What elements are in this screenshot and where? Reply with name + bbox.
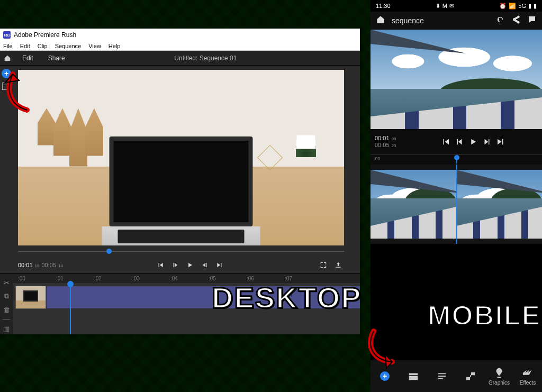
- mobile-transport: 00:0108 00:0523: [371, 129, 542, 154]
- step-forward-icon: [482, 137, 492, 147]
- mobile-bottom-toolbar: + Graphics Effects: [371, 360, 542, 392]
- scissors-icon[interactable]: ✂: [4, 279, 10, 287]
- nav-label: Graphics: [489, 380, 510, 386]
- home-button[interactable]: [376, 15, 385, 26]
- nav-label: Effects: [520, 380, 536, 386]
- preview-panel: 00:01 18 00:05 14: [13, 66, 360, 273]
- timecode-duration-frames: 14: [58, 263, 63, 268]
- export-icon: [335, 261, 342, 269]
- status-icons: ⬇ M ✉: [436, 3, 454, 10]
- ruler-tick: :04: [170, 276, 209, 281]
- work-area: + 00:01 18 00:05 14: [0, 66, 360, 273]
- alarm-icon: ⏰: [499, 3, 507, 10]
- timecode-current-frames: 08: [392, 136, 396, 142]
- android-status-bar: 11:30 ⬇ M ✉ ⏰ 📶 5G ▮ ▮: [371, 0, 542, 12]
- delete-icon[interactable]: 🗑: [3, 306, 10, 314]
- video-clip[interactable]: [456, 170, 542, 239]
- mobile-video-preview[interactable]: [371, 30, 542, 129]
- annotation-mobile-label: MOBILE: [428, 299, 541, 331]
- divider: [3, 319, 10, 320]
- step-forward-button[interactable]: [199, 259, 211, 271]
- annotation-desktop-label: DESKTOP: [212, 280, 362, 315]
- effects-button[interactable]: Effects: [513, 367, 542, 386]
- transport-bar: 00:01 18 00:05 14: [18, 257, 344, 273]
- undo-button[interactable]: [495, 15, 505, 26]
- comment-button[interactable]: [527, 15, 537, 26]
- project-button[interactable]: [399, 370, 428, 382]
- step-back-icon: [455, 137, 464, 147]
- project-panel-button[interactable]: [2, 83, 11, 90]
- timecode-display: 00:01 18 00:05 14: [18, 262, 63, 268]
- export-frame-button[interactable]: [332, 259, 344, 271]
- breadcrumb[interactable]: sequence: [392, 16, 424, 25]
- play-button[interactable]: [467, 136, 479, 148]
- add-media-button[interactable]: +: [371, 371, 399, 381]
- menu-clip[interactable]: Clip: [38, 43, 48, 49]
- tab-share[interactable]: Share: [41, 51, 73, 65]
- menu-help[interactable]: Help: [109, 43, 121, 49]
- step-forward-button[interactable]: [481, 136, 493, 148]
- scrubber-handle-icon[interactable]: [106, 249, 112, 254]
- expand-tracks-icon[interactable]: ▥: [3, 325, 10, 333]
- ruler-tick: :02: [94, 276, 132, 281]
- clip-thumbnail[interactable]: [16, 286, 46, 308]
- video-preview[interactable]: [18, 70, 344, 245]
- mobile-ruler[interactable]: :00: [371, 155, 542, 165]
- skip-back-icon: [441, 137, 450, 147]
- skip-back-button[interactable]: [440, 136, 451, 148]
- ruler-playhead-icon[interactable]: [456, 157, 457, 163]
- window-title: Adobe Premiere Rush: [14, 31, 76, 39]
- left-toolbar: +: [0, 66, 13, 273]
- fullscreen-button[interactable]: [318, 259, 329, 271]
- skip-back-icon: [157, 261, 164, 269]
- timeline-playhead[interactable]: [456, 165, 457, 244]
- timecode-current-frames: 18: [35, 263, 40, 268]
- skip-back-button[interactable]: [155, 259, 166, 271]
- battery-icon: ▮: [534, 3, 537, 10]
- undo-icon: [495, 15, 505, 24]
- graphics-button[interactable]: Graphics: [485, 367, 513, 386]
- timeline-playhead[interactable]: [70, 283, 71, 334]
- signal-5g-icon: 5G: [518, 3, 526, 9]
- message-icon: ✉: [449, 3, 454, 10]
- timecode-current: 00:01: [375, 135, 390, 142]
- step-back-icon: [171, 261, 179, 269]
- status-time: 11:30: [376, 3, 391, 9]
- ruler-tick: :00: [18, 276, 56, 281]
- step-back-button[interactable]: [169, 259, 181, 271]
- preview-scrubber[interactable]: [18, 248, 344, 255]
- skip-forward-button[interactable]: [214, 259, 225, 271]
- ruler-tick: :00: [374, 156, 381, 161]
- transitions-button[interactable]: [456, 370, 485, 382]
- window-titlebar[interactable]: Ru Adobe Premiere Rush: [0, 29, 360, 41]
- home-icon: [4, 54, 11, 62]
- duplicate-icon[interactable]: ⧉: [4, 292, 9, 300]
- step-back-button[interactable]: [454, 136, 465, 148]
- ruler-tick: :01: [56, 276, 94, 281]
- timeline-tools: ✂ ⧉ 🗑 ▥: [0, 274, 13, 334]
- menu-file[interactable]: File: [3, 43, 13, 49]
- video-clip[interactable]: [371, 170, 456, 239]
- mobile-timecode: 00:0108 00:0523: [375, 135, 406, 149]
- play-icon: [186, 261, 194, 269]
- mobile-timeline[interactable]: [371, 165, 542, 244]
- graphics-icon: [493, 367, 505, 379]
- home-button[interactable]: [0, 54, 15, 62]
- plus-icon: +: [380, 371, 390, 381]
- mobile-window: 11:30 ⬇ M ✉ ⏰ 📶 5G ▮ ▮ sequence 00:0108 …: [371, 0, 542, 392]
- menu-sequence[interactable]: Sequence: [55, 43, 82, 49]
- menu-view[interactable]: View: [88, 43, 101, 49]
- mobile-topbar: sequence: [371, 12, 542, 30]
- tab-edit[interactable]: Edit: [15, 51, 41, 65]
- skip-forward-button[interactable]: [495, 136, 507, 148]
- skip-forward-icon: [216, 261, 223, 269]
- effects-icon: [522, 367, 534, 379]
- signal-icon: ▮: [528, 3, 531, 10]
- timecode-duration: 00:05: [375, 142, 390, 149]
- play-button[interactable]: [184, 259, 196, 271]
- add-media-button[interactable]: +: [2, 69, 11, 78]
- play-icon: [468, 137, 478, 147]
- titles-button[interactable]: [428, 370, 456, 382]
- menu-edit[interactable]: Edit: [20, 43, 30, 49]
- share-button[interactable]: [511, 15, 521, 26]
